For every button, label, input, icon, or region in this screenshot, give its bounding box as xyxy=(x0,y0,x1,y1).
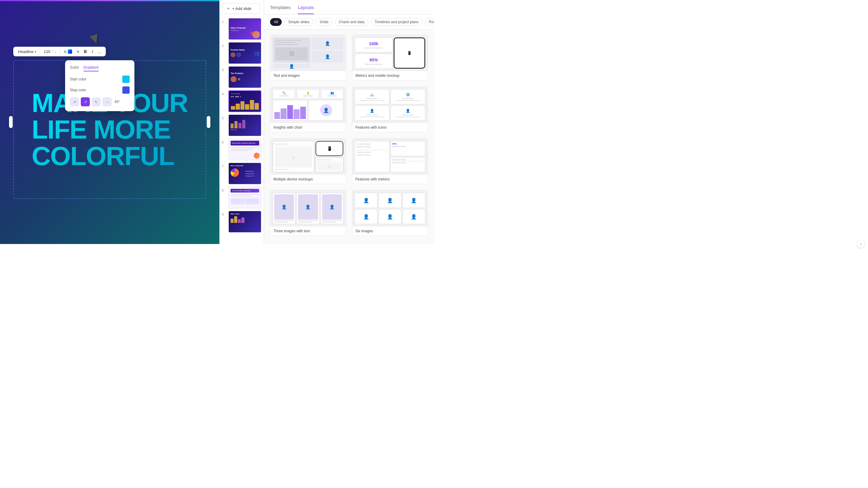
template-card-insights-chart[interactable]: 🔍 Describe this 💡 Add an insight 👥 Descr… xyxy=(270,87,346,132)
template-preview-insights-chart: 🔍 Describe this 💡 Add an insight 👥 Descr… xyxy=(270,87,346,123)
template-preview-features-icons: 🚲 Add your feature ⚙️ Add your feature 👤… xyxy=(352,87,428,123)
filter-pricing[interactable]: Pricing xyxy=(425,18,434,26)
slide-thumb-6[interactable]: Huge problem statement goes here. xyxy=(228,138,261,160)
text-color-button[interactable]: A xyxy=(63,49,73,55)
template-label-text-images: Text and images xyxy=(270,71,346,80)
template-preview-multiple-devices: Describe this feature 🖥 Describe this fe… xyxy=(270,138,346,175)
template-card-features-icons[interactable]: 🚲 Add your feature ⚙️ Add your feature 👤… xyxy=(352,87,428,132)
template-preview-text-images: 🖼 👤 👤 👤 xyxy=(270,35,346,71)
template-label-insights-chart: Insights with chart xyxy=(270,123,346,132)
gradient-color-popup: Solid Gradient Start color Stop color ↗ … xyxy=(65,60,134,111)
slide-number-1: 1 xyxy=(222,20,227,24)
filter-grids[interactable]: Grids xyxy=(316,18,333,26)
toolbar-divider-1 xyxy=(40,48,40,55)
color-type-tabs: Solid Gradient xyxy=(70,65,130,71)
italic-button[interactable]: I xyxy=(90,48,94,55)
templates-tabs: Templates Layouts xyxy=(270,5,428,14)
text-color-icon: A xyxy=(64,50,67,54)
text-box-resize-handle-right[interactable] xyxy=(207,116,210,128)
direction-btn-e[interactable]: → xyxy=(102,97,112,106)
slide-3-title: The Problem xyxy=(230,72,259,74)
slide-number-2: 2 xyxy=(222,44,227,47)
template-card-six-images[interactable]: 👤 👤 👤 👤 👤 👤 Six images xyxy=(352,190,428,236)
slide-thumb-4[interactable]: The Problem 67% $40M 3 xyxy=(228,90,261,112)
filter-timelines[interactable]: Timelines and project plans xyxy=(371,18,423,26)
slide-thumb-1[interactable]: Sales Proposal Subtitle text xyxy=(228,18,261,40)
slide-item-2[interactable]: 2 Product Name 👥 xyxy=(222,42,261,64)
slide-item-5[interactable]: 5 Statistics xyxy=(222,115,261,136)
font-name-chevron: ▾ xyxy=(35,50,36,53)
slide-item-8[interactable]: 8 How the problem attempted... xyxy=(222,187,261,208)
bold-button[interactable]: B xyxy=(83,48,88,55)
font-size-selector[interactable]: 120 ⌃⌄ xyxy=(42,49,58,55)
stop-color-swatch[interactable] xyxy=(122,87,130,94)
slide-thumb-9[interactable]: Why now? xyxy=(228,211,261,233)
stop-color-row: Stop color xyxy=(70,87,130,94)
start-color-swatch[interactable] xyxy=(122,76,130,83)
template-card-text-images[interactable]: 🖼 👤 👤 👤 Text and ima xyxy=(270,35,346,80)
filter-simple-slides[interactable]: Simple slides xyxy=(284,18,313,26)
add-icon: ＋ xyxy=(226,6,230,11)
add-slide-button[interactable]: ＋ + Add slide xyxy=(222,3,261,14)
tab-templates[interactable]: Templates xyxy=(270,5,290,14)
direction-btn-ne[interactable]: ↗ xyxy=(70,97,79,106)
italic-label: I xyxy=(92,49,93,54)
align-icon: ≡ xyxy=(77,50,79,54)
template-preview-metrics-mobile: 100k Add a few words here 95% Add a few … xyxy=(352,35,428,71)
template-label-features-icons: Features with icons xyxy=(352,123,428,132)
text-align-button[interactable]: ≡ xyxy=(76,49,81,55)
start-color-label: Start color xyxy=(70,77,119,82)
degree-label: 45° xyxy=(115,100,120,104)
slide-item-4[interactable]: 4 The Problem 67% $40M 3 xyxy=(222,90,261,112)
filter-charts-data[interactable]: Charts and data xyxy=(335,18,368,26)
more-options-button[interactable]: ... xyxy=(96,49,102,55)
slide-number-6: 6 xyxy=(222,140,227,144)
solid-tab[interactable]: Solid xyxy=(70,65,79,71)
template-label-metrics-mobile: Metrics and mobile mockup xyxy=(352,71,428,80)
gradient-tab[interactable]: Gradient xyxy=(84,65,98,71)
slide-number-3: 3 xyxy=(222,68,227,72)
add-slide-label: + Add slide xyxy=(232,6,251,11)
template-preview-features-metrics: Describe this feature Explain the meanin… xyxy=(352,138,428,175)
slide-number-7: 7 xyxy=(222,164,227,168)
template-card-multiple-devices[interactable]: Describe this feature 🖥 Describe this fe… xyxy=(270,138,346,184)
text-box-resize-handle-left[interactable] xyxy=(9,116,13,128)
templates-panel: Templates Layouts All Simple slides Grid… xyxy=(264,0,434,244)
template-preview-three-images: 👤 👤 👤 xyxy=(270,190,346,227)
slide-2-people-icon: 👥 xyxy=(254,50,260,56)
slide-number-4: 4 xyxy=(222,92,227,96)
slide-thumb-5[interactable]: Statistics xyxy=(228,115,261,136)
slide-number-8: 8 xyxy=(222,189,227,192)
filter-all[interactable]: All xyxy=(270,18,282,26)
toolbar-divider-2 xyxy=(60,48,60,55)
templates-grid: 🖼 👤 👤 👤 Text and ima xyxy=(264,30,434,244)
filter-bar: All Simple slides Grids Charts and data … xyxy=(264,14,434,30)
slide-item-9[interactable]: 9 Why now? xyxy=(222,211,261,233)
direction-btn-nw[interactable]: ↖ xyxy=(92,97,101,106)
slide-thumb-2[interactable]: Product Name 👥 xyxy=(228,42,261,64)
template-card-features-metrics[interactable]: Describe this feature Explain the meanin… xyxy=(352,138,428,184)
text-formatting-toolbar: Headline ▾ 120 ⌃⌄ A ≡ B I ... xyxy=(13,47,106,56)
slide-item-1[interactable]: 1 Sales Proposal Subtitle text xyxy=(222,18,261,40)
slides-panel: ＋ + Add slide 1 Sales Proposal Subtitle … xyxy=(219,0,264,244)
tab-layouts[interactable]: Layouts xyxy=(298,5,314,14)
slide-item-6[interactable]: 6 Huge problem statement goes here. xyxy=(222,138,261,160)
slide-number-5: 5 xyxy=(222,116,227,120)
text-color-swatch xyxy=(68,50,72,54)
slide-thumb-7[interactable]: Who is impacted? ■ Segment A ■ Segment B… xyxy=(228,163,261,184)
direction-btn-active[interactable]: ↗ xyxy=(81,97,90,106)
slide-thumb-8[interactable]: How the problem attempted... xyxy=(228,187,261,208)
right-panel: ＋ + Add slide 1 Sales Proposal Subtitle … xyxy=(219,0,434,244)
template-preview-six-images: 👤 👤 👤 👤 👤 👤 xyxy=(352,190,428,227)
template-label-six-images: Six images xyxy=(352,227,428,235)
template-label-features-metrics: Features with metrics xyxy=(352,175,428,184)
slide-item-7[interactable]: 7 Who is impacted? ■ Segment A ■ Segment… xyxy=(222,163,261,184)
slide-item-3[interactable]: 3 The Problem xyxy=(222,66,261,88)
slide-number-9: 9 xyxy=(222,213,227,216)
font-name-selector[interactable]: Headline ▾ xyxy=(17,49,37,55)
slide-thumb-3[interactable]: The Problem xyxy=(228,66,261,88)
template-card-three-images[interactable]: 👤 👤 👤 xyxy=(270,190,346,236)
gradient-direction-controls: ↗ ↗ ↖ → 45° xyxy=(70,97,130,106)
template-card-metrics-mobile[interactable]: 100k Add a few words here 95% Add a few … xyxy=(352,35,428,80)
template-label-three-images: Three images with text xyxy=(270,227,346,235)
